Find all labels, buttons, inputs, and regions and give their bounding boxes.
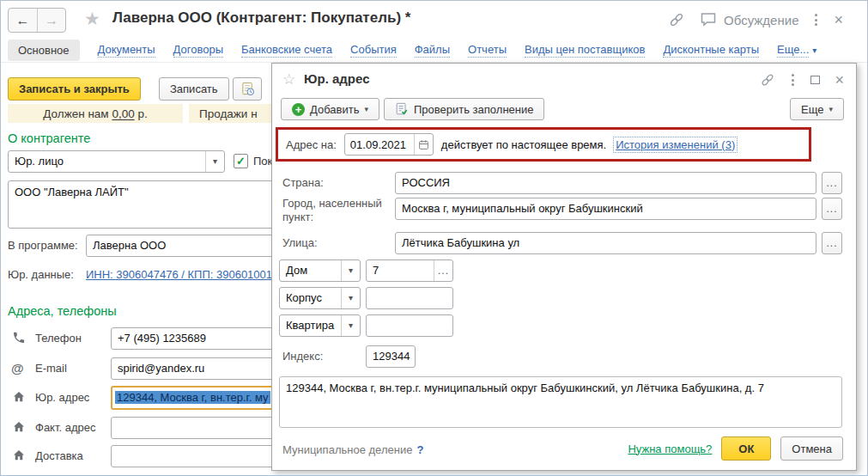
tab-files[interactable]: Файлы [415,43,450,58]
tab-events[interactable]: События [350,43,397,58]
municipal-division-label: Муниципальное деление [282,443,412,456]
check-fill-label: Проверить заполнение [414,103,533,116]
postal-index-label: Индекс: [282,350,323,363]
apartment-type-select[interactable]: Квартира ▾ [279,314,361,337]
buyer-checkbox[interactable]: ✓ [234,154,248,168]
house-number-field[interactable]: 7 ... [366,259,453,282]
postal-index-field[interactable]: 129344 [366,345,416,368]
speech-bubble-icon [700,12,717,27]
street-picker-button[interactable]: ... [822,232,842,254]
tab-reports[interactable]: Отчеты [468,43,507,58]
chevron-down-icon: ▾ [829,105,833,113]
owed-label: Должен нам [43,107,108,120]
ellipsis-icon: ... [438,260,449,281]
chevron-down-icon[interactable]: ▾ [205,151,224,172]
tab-discount-cards[interactable]: Дисконтные карты [663,43,759,58]
dialog-more-button[interactable]: Еще ▾ [790,98,844,120]
chevron-down-icon: ▾ [364,105,368,113]
link-chain-icon[interactable] [760,72,775,88]
owed-strip[interactable]: Должен нам 0,00 р. [8,104,183,123]
link-chain-icon[interactable] [668,11,685,28]
city-picker-button[interactable]: ... [822,198,842,220]
about-contractor-heading: О контрагенте [8,131,90,145]
house-type-value: Дом [280,260,313,281]
delivery-label: Доставка [35,449,83,462]
city-field[interactable]: Москва г, муниципальный округ Бабушкинск… [395,198,816,220]
back-icon[interactable]: ← [9,9,37,32]
at-icon: @ [11,361,24,375]
more-menu-icon[interactable] [813,12,819,27]
chevron-down-icon: ▾ [812,46,816,55]
check-icon: ✓ [236,155,246,168]
favorite-star-icon[interactable]: ★ [84,9,100,29]
window-close-icon[interactable]: × [834,12,843,27]
history-changes-link[interactable]: История изменений (3) [614,137,737,152]
more-menu-icon[interactable] [790,72,796,88]
owed-currency: р. [137,107,147,120]
discussion-label: Обсуждение [724,13,798,27]
house-picker-button[interactable]: ... [434,260,452,281]
full-address-textarea[interactable]: 129344, Москва г, вн.тер.г. муниципальны… [279,376,842,428]
house-type-select[interactable]: Дом ▾ [279,259,361,282]
building-type-select[interactable]: Корпус ▾ [279,287,361,309]
plus-icon: + [292,103,305,116]
tab-contracts[interactable]: Договоры [173,43,223,58]
tab-bar: Основное Документы Договоры Банковские с… [1,39,867,62]
country-picker-button[interactable]: ... [822,172,842,194]
chevron-down-icon[interactable]: ▾ [341,288,360,308]
company-name-field[interactable]: ООО "Лаверна ЛАЙТ" [8,180,300,229]
selected-address-text: 129344, Москва г, вн.тер.г. му [115,391,270,404]
dialog-star-icon[interactable]: ☆ [282,70,295,88]
country-field[interactable]: РОССИЯ [395,172,816,194]
save-and-close-button[interactable]: Записать и закрыть [8,77,141,101]
addresses-heading: Адреса, телефоны [8,304,117,318]
actual-address-label: Факт. адрес [35,421,95,434]
email-label: E-mail [35,362,67,375]
valid-until-text: действует по настоящее время. [441,138,606,151]
phone-label: Телефон [35,332,82,345]
tab-bank-accounts[interactable]: Банковские счета [241,43,332,58]
apartment-number-field[interactable] [366,314,453,337]
home-icon [12,420,27,435]
forward-icon[interactable]: → [37,9,65,32]
street-field[interactable]: Лётчика Бабушкина ул [395,232,816,254]
ellipsis-icon: ... [826,237,837,249]
maximize-icon[interactable] [810,76,820,84]
ok-button[interactable]: ОК [721,436,771,461]
owed-value[interactable]: 0,00 [112,107,134,120]
house-number-value: 7 [367,260,385,281]
entity-type-select[interactable]: Юр. лицо ▾ [8,150,225,173]
address-on-label: Адрес на: [286,138,337,151]
check-fill-button[interactable]: Проверить заполнение [384,98,544,120]
cancel-button[interactable]: Отмена [780,436,843,461]
chevron-down-icon[interactable]: ▾ [341,260,360,281]
buyer-checkbox-label: Пок [253,155,272,168]
add-button[interactable]: + Добавить ▾ [281,98,379,120]
discussion-button[interactable]: Обсуждение [700,12,798,27]
page-title: Лаверна ООО (Контрагент: Покупатель) * [112,9,410,27]
address-date-highlight: Адрес на: 01.09.2021 действует по настоя… [276,127,811,162]
legal-address-dialog: ☆ Юр. адрес × + Добавить ▾ [271,63,857,471]
phone-icon [12,331,27,345]
calendar-icon[interactable] [414,134,433,155]
apartment-type-value: Квартира [280,315,340,336]
building-number-field[interactable] [366,287,453,309]
app-window: ← → ★ Лаверна ООО (Контрагент: Покупател… [0,0,868,476]
save-button[interactable]: Записать [159,77,229,101]
address-date-field[interactable]: 01.09.2021 [344,133,434,156]
inn-kpp-link[interactable]: ИНН: 3906047476 / КПП: 390601001 [86,268,272,281]
dialog-toolbar: + Добавить ▾ Проверить заполнение Еще ▾ [272,98,856,124]
dialog-close-icon[interactable]: × [835,72,844,88]
window-titlebar: ← → ★ Лаверна ООО (Контрагент: Покупател… [1,1,867,39]
need-help-link[interactable]: Нужна помощь? [628,442,712,455]
country-label: Страна: [282,176,324,189]
chevron-down-icon[interactable]: ▾ [341,315,360,336]
help-question-icon[interactable]: ? [416,443,423,456]
tab-main[interactable]: Основное [8,40,80,61]
in-program-label: В программе: [8,239,78,252]
document-clock-icon-button[interactable] [233,77,262,101]
tab-more[interactable]: Еще... ▾ [777,43,816,58]
tab-documents[interactable]: Документы [98,43,155,58]
tab-supplier-prices[interactable]: Виды цен поставщиков [525,43,645,58]
municipal-division: Муниципальное деление? [282,443,423,456]
